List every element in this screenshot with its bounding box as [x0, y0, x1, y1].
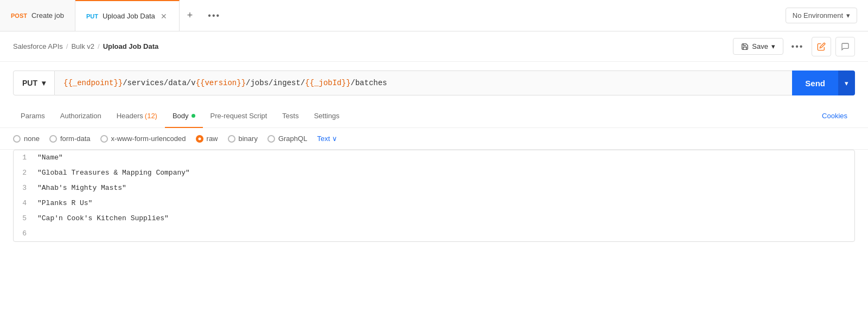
breadcrumb-part2[interactable]: Bulk v2 [71, 42, 94, 50]
params-label: Params [21, 112, 45, 120]
option-none[interactable]: none [13, 135, 40, 143]
body-active-dot [192, 114, 195, 118]
line-content-4: "Planks R Us" [35, 196, 92, 211]
radio-form-data [49, 135, 57, 143]
binary-label: binary [239, 135, 258, 143]
line-num-3: 3 [14, 181, 35, 196]
tests-label: Tests [282, 112, 298, 120]
breadcrumb-part1[interactable]: Salesforce APIs [13, 42, 63, 50]
new-tab-button[interactable]: + [180, 0, 201, 31]
body-label: Body [173, 112, 189, 120]
tab-bar: POST Create job PUT Upload Job Data ✕ + … [0, 0, 868, 31]
tab-pre-request[interactable]: Pre-request Script [203, 104, 275, 128]
text-type-label: Text [317, 135, 330, 143]
text-type-selector[interactable]: Text ∨ [317, 135, 337, 143]
urlencoded-label: x-www-form-urlencoded [111, 135, 186, 143]
send-button[interactable]: Send [792, 71, 838, 95]
radio-urlencoded [100, 135, 108, 143]
pencil-icon [817, 42, 826, 51]
option-raw[interactable]: raw [196, 135, 218, 143]
option-form-data[interactable]: form-data [49, 135, 91, 143]
headers-badge: (12) [145, 112, 157, 120]
tab-tests[interactable]: Tests [275, 104, 306, 128]
option-urlencoded[interactable]: x-www-form-urlencoded [100, 135, 186, 143]
line-num-4: 4 [14, 196, 35, 211]
breadcrumb-bar: Salesforce APIs / Bulk v2 / Upload Job D… [0, 31, 868, 62]
method-label: PUT [22, 79, 37, 87]
environment-selector[interactable]: No Environment ▾ [786, 8, 857, 23]
tab-body[interactable]: Body [165, 104, 203, 128]
authorization-label: Authorization [60, 112, 101, 120]
method-chevron-icon: ▾ [42, 79, 46, 87]
edit-button[interactable] [812, 37, 831, 56]
send-button-group: Send ▾ [792, 71, 855, 95]
save-icon [741, 43, 749, 50]
code-lines: 1 "Name" 2 "Global Treasures & Mapping C… [14, 150, 854, 241]
radio-graphql [267, 135, 275, 143]
code-editor[interactable]: 1 "Name" 2 "Global Treasures & Mapping C… [13, 150, 855, 242]
tab-upload-job-data[interactable]: PUT Upload Job Data ✕ [75, 0, 180, 31]
close-icon[interactable]: ✕ [159, 11, 168, 22]
tab-settings[interactable]: Settings [307, 104, 347, 128]
pre-request-label: Pre-request Script [210, 112, 267, 120]
code-line-2: 2 "Global Treasures & Mapping Company" [14, 165, 854, 181]
graphql-label: GraphQL [278, 135, 307, 143]
line-num-6: 6 [14, 226, 35, 241]
save-label: Save [752, 42, 768, 50]
tab-cookies[interactable]: Cookies [814, 104, 855, 128]
line-content-5: "Cap'n Cook's Kitchen Supplies" [35, 211, 169, 226]
line-num-2: 2 [14, 165, 35, 181]
line-content-2: "Global Treasures & Mapping Company" [35, 165, 190, 181]
code-line-3: 3 "Ahab's Mighty Masts" [14, 181, 854, 196]
url-input[interactable] [55, 71, 792, 95]
text-type-chevron-icon: ∨ [332, 135, 337, 143]
none-label: none [24, 135, 40, 143]
env-label: No Environment [793, 11, 843, 20]
radio-raw [196, 135, 203, 143]
comment-icon [841, 42, 850, 51]
breadcrumb-current: Upload Job Data [103, 42, 159, 50]
radio-none [13, 135, 21, 143]
comment-button[interactable] [835, 37, 855, 56]
line-num-5: 5 [14, 211, 35, 226]
tab-params[interactable]: Params [13, 104, 53, 128]
method-selector[interactable]: PUT ▾ [13, 71, 55, 95]
breadcrumb-sep1: / [66, 42, 68, 50]
tab-overflow-button[interactable]: ••• [200, 0, 228, 31]
code-line-4: 4 "Planks R Us" [14, 196, 854, 211]
code-line-6: 6 [14, 226, 854, 241]
option-binary[interactable]: binary [228, 135, 258, 143]
tab-headers[interactable]: Headers (12) [109, 104, 165, 128]
chevron-down-icon: ▾ [846, 11, 850, 20]
save-button[interactable]: Save ▾ [733, 38, 783, 55]
form-data-label: form-data [60, 135, 91, 143]
breadcrumb: Salesforce APIs / Bulk v2 / Upload Job D… [13, 42, 158, 50]
headers-label: Headers [117, 112, 143, 120]
option-graphql[interactable]: GraphQL [267, 135, 307, 143]
raw-label: raw [207, 135, 218, 143]
tab-create-job-label: Create job [31, 11, 64, 20]
tab-bar-right: No Environment ▾ [775, 0, 868, 31]
radio-binary [228, 135, 235, 143]
line-content-1: "Name" [35, 150, 63, 165]
save-chevron-icon: ▾ [771, 42, 775, 50]
body-options: none form-data x-www-form-urlencoded raw… [0, 128, 868, 150]
url-bar: PUT ▾ {{_endpoint}} /services/data/v {{v… [0, 62, 868, 104]
settings-label: Settings [314, 112, 340, 120]
request-tabs: Params Authorization Headers (12) Body P… [0, 104, 868, 128]
tab-method-put: PUT [86, 13, 98, 20]
code-line-1: 1 "Name" [14, 150, 854, 165]
tab-method-post: POST [11, 12, 27, 19]
tab-upload-job-label: Upload Job Data [103, 12, 155, 20]
line-content-3: "Ahab's Mighty Masts" [35, 181, 126, 196]
tab-create-job[interactable]: POST Create job [0, 0, 75, 31]
breadcrumb-sep2: / [98, 42, 100, 50]
line-num-1: 1 [14, 150, 35, 165]
code-line-5: 5 "Cap'n Cook's Kitchen Supplies" [14, 211, 854, 226]
tab-authorization[interactable]: Authorization [53, 104, 109, 128]
breadcrumb-actions: Save ▾ ••• [733, 37, 855, 56]
cookies-label: Cookies [822, 112, 847, 120]
more-options-button[interactable]: ••• [788, 37, 807, 56]
more-tabs-icon: ••• [208, 11, 220, 21]
send-dropdown-button[interactable]: ▾ [838, 71, 855, 95]
